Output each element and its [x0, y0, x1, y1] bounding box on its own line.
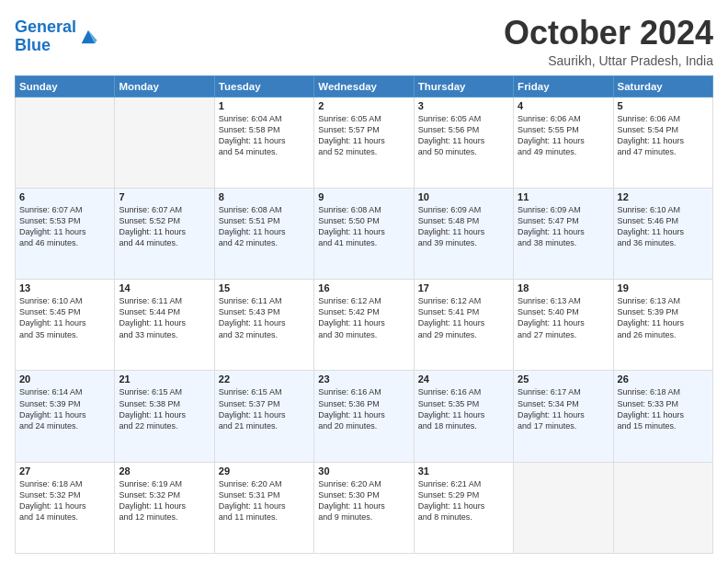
day-number: 26: [618, 373, 709, 385]
day-number: 30: [318, 465, 409, 477]
location: Saurikh, Uttar Pradesh, India: [504, 53, 713, 68]
day-info: Sunrise: 6:05 AM Sunset: 5:56 PM Dayligh…: [418, 113, 509, 158]
day-info: Sunrise: 6:18 AM Sunset: 5:33 PM Dayligh…: [618, 386, 709, 431]
weekday-header-tuesday: Tuesday: [214, 75, 313, 97]
day-number: 9: [318, 191, 409, 202]
day-info: Sunrise: 6:17 AM Sunset: 5:34 PM Dayligh…: [518, 386, 609, 431]
day-number: 20: [19, 373, 110, 385]
weekday-header-saturday: Saturday: [613, 75, 712, 97]
day-cell-5: 5Sunrise: 6:06 AM Sunset: 5:54 PM Daylig…: [613, 97, 712, 188]
day-number: 19: [618, 282, 709, 293]
day-number: 18: [518, 282, 609, 293]
day-number: 28: [119, 465, 210, 477]
day-number: 3: [418, 100, 509, 111]
day-cell-3: 3Sunrise: 6:05 AM Sunset: 5:56 PM Daylig…: [414, 97, 513, 188]
day-info: Sunrise: 6:13 AM Sunset: 5:39 PM Dayligh…: [618, 295, 709, 340]
day-cell-30: 30Sunrise: 6:20 AM Sunset: 5:30 PM Dayli…: [314, 462, 414, 553]
day-info: Sunrise: 6:06 AM Sunset: 5:54 PM Dayligh…: [618, 113, 709, 158]
day-number: 8: [219, 191, 310, 202]
day-number: 1: [219, 100, 310, 111]
weekday-header-sunday: Sunday: [16, 75, 115, 97]
day-number: 15: [219, 282, 310, 293]
day-number: 2: [318, 100, 409, 111]
day-number: 31: [418, 465, 509, 477]
day-cell-31: 31Sunrise: 6:21 AM Sunset: 5:29 PM Dayli…: [414, 462, 513, 553]
day-cell-24: 24Sunrise: 6:16 AM Sunset: 5:35 PM Dayli…: [414, 371, 513, 462]
day-info: Sunrise: 6:15 AM Sunset: 5:37 PM Dayligh…: [219, 386, 310, 431]
day-info: Sunrise: 6:08 AM Sunset: 5:50 PM Dayligh…: [318, 204, 409, 249]
day-info: Sunrise: 6:12 AM Sunset: 5:41 PM Dayligh…: [418, 295, 509, 340]
day-number: 17: [418, 282, 509, 293]
day-number: 22: [219, 373, 310, 385]
weekday-header-wednesday: Wednesday: [314, 75, 414, 97]
empty-cell: [16, 97, 115, 188]
day-info: Sunrise: 6:11 AM Sunset: 5:44 PM Dayligh…: [119, 295, 210, 340]
day-number: 27: [19, 465, 110, 477]
day-cell-14: 14Sunrise: 6:11 AM Sunset: 5:44 PM Dayli…: [115, 280, 214, 371]
day-cell-27: 27Sunrise: 6:18 AM Sunset: 5:32 PM Dayli…: [16, 462, 115, 553]
day-info: Sunrise: 6:05 AM Sunset: 5:57 PM Dayligh…: [318, 113, 409, 158]
day-cell-29: 29Sunrise: 6:20 AM Sunset: 5:31 PM Dayli…: [214, 462, 313, 553]
day-info: Sunrise: 6:07 AM Sunset: 5:52 PM Dayligh…: [119, 204, 210, 249]
day-info: Sunrise: 6:09 AM Sunset: 5:48 PM Dayligh…: [418, 204, 509, 249]
day-number: 23: [318, 373, 409, 385]
weekday-header-row: SundayMondayTuesdayWednesdayThursdayFrid…: [16, 75, 713, 97]
day-cell-1: 1Sunrise: 6:04 AM Sunset: 5:58 PM Daylig…: [214, 97, 313, 188]
day-cell-28: 28Sunrise: 6:19 AM Sunset: 5:32 PM Dayli…: [115, 462, 214, 553]
day-cell-7: 7Sunrise: 6:07 AM Sunset: 5:52 PM Daylig…: [115, 188, 214, 279]
day-cell-25: 25Sunrise: 6:17 AM Sunset: 5:34 PM Dayli…: [514, 371, 613, 462]
day-info: Sunrise: 6:08 AM Sunset: 5:51 PM Dayligh…: [219, 204, 310, 249]
day-number: 24: [418, 373, 509, 385]
day-info: Sunrise: 6:12 AM Sunset: 5:42 PM Dayligh…: [318, 295, 409, 340]
day-number: 6: [19, 191, 110, 202]
day-info: Sunrise: 6:10 AM Sunset: 5:46 PM Dayligh…: [618, 204, 709, 249]
day-cell-16: 16Sunrise: 6:12 AM Sunset: 5:42 PM Dayli…: [314, 280, 414, 371]
day-number: 10: [418, 191, 509, 202]
weekday-header-thursday: Thursday: [414, 75, 513, 97]
day-number: 4: [518, 100, 609, 111]
day-cell-22: 22Sunrise: 6:15 AM Sunset: 5:37 PM Dayli…: [214, 371, 313, 462]
day-info: Sunrise: 6:09 AM Sunset: 5:47 PM Dayligh…: [518, 204, 609, 249]
day-number: 29: [219, 465, 310, 477]
day-info: Sunrise: 6:14 AM Sunset: 5:39 PM Dayligh…: [19, 386, 110, 431]
page: General Blue October 2024 Saurikh, Uttar…: [0, 0, 728, 563]
week-row-3: 13Sunrise: 6:10 AM Sunset: 5:45 PM Dayli…: [16, 280, 713, 371]
day-cell-15: 15Sunrise: 6:11 AM Sunset: 5:43 PM Dayli…: [214, 280, 313, 371]
day-cell-2: 2Sunrise: 6:05 AM Sunset: 5:57 PM Daylig…: [314, 97, 414, 188]
day-number: 12: [618, 191, 709, 202]
empty-cell: [514, 462, 613, 553]
day-info: Sunrise: 6:20 AM Sunset: 5:30 PM Dayligh…: [318, 478, 409, 523]
day-info: Sunrise: 6:20 AM Sunset: 5:31 PM Dayligh…: [219, 478, 310, 523]
week-row-1: 1Sunrise: 6:04 AM Sunset: 5:58 PM Daylig…: [16, 97, 713, 188]
day-cell-10: 10Sunrise: 6:09 AM Sunset: 5:48 PM Dayli…: [414, 188, 513, 279]
weekday-header-friday: Friday: [514, 75, 613, 97]
day-cell-4: 4Sunrise: 6:06 AM Sunset: 5:55 PM Daylig…: [514, 97, 613, 188]
week-row-2: 6Sunrise: 6:07 AM Sunset: 5:53 PM Daylig…: [16, 188, 713, 279]
logo-text: General Blue: [15, 18, 76, 55]
day-cell-13: 13Sunrise: 6:10 AM Sunset: 5:45 PM Dayli…: [16, 280, 115, 371]
day-info: Sunrise: 6:15 AM Sunset: 5:38 PM Dayligh…: [119, 386, 210, 431]
day-number: 7: [119, 191, 210, 202]
weekday-header-monday: Monday: [115, 75, 214, 97]
day-info: Sunrise: 6:04 AM Sunset: 5:58 PM Dayligh…: [219, 113, 310, 158]
day-info: Sunrise: 6:18 AM Sunset: 5:32 PM Dayligh…: [19, 478, 110, 523]
empty-cell: [613, 462, 712, 553]
day-info: Sunrise: 6:16 AM Sunset: 5:36 PM Dayligh…: [318, 386, 409, 431]
day-number: 14: [119, 282, 210, 293]
day-info: Sunrise: 6:06 AM Sunset: 5:55 PM Dayligh…: [518, 113, 609, 158]
day-info: Sunrise: 6:16 AM Sunset: 5:35 PM Dayligh…: [418, 386, 509, 431]
day-cell-18: 18Sunrise: 6:13 AM Sunset: 5:40 PM Dayli…: [514, 280, 613, 371]
day-info: Sunrise: 6:21 AM Sunset: 5:29 PM Dayligh…: [418, 478, 509, 523]
day-cell-6: 6Sunrise: 6:07 AM Sunset: 5:53 PM Daylig…: [16, 188, 115, 279]
day-number: 25: [518, 373, 609, 385]
title-block: October 2024 Saurikh, Uttar Pradesh, Ind…: [504, 15, 713, 68]
week-row-5: 27Sunrise: 6:18 AM Sunset: 5:32 PM Dayli…: [16, 462, 713, 553]
day-cell-17: 17Sunrise: 6:12 AM Sunset: 5:41 PM Dayli…: [414, 280, 513, 371]
day-cell-19: 19Sunrise: 6:13 AM Sunset: 5:39 PM Dayli…: [613, 280, 712, 371]
day-cell-11: 11Sunrise: 6:09 AM Sunset: 5:47 PM Dayli…: [514, 188, 613, 279]
header: General Blue October 2024 Saurikh, Uttar…: [15, 15, 713, 68]
day-number: 11: [518, 191, 609, 202]
day-info: Sunrise: 6:19 AM Sunset: 5:32 PM Dayligh…: [119, 478, 210, 523]
day-info: Sunrise: 6:10 AM Sunset: 5:45 PM Dayligh…: [19, 295, 110, 340]
day-number: 13: [19, 282, 110, 293]
